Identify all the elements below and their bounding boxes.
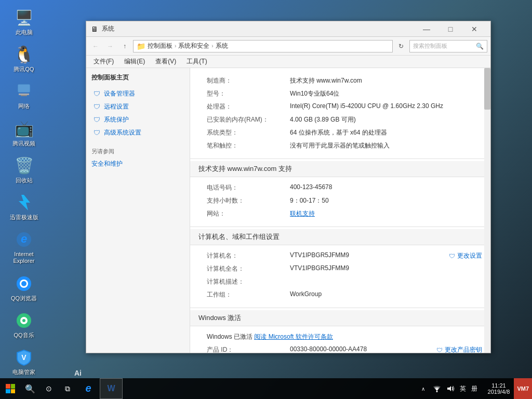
back-button[interactable]: ← [89, 40, 102, 52]
desktop-icon-recycle[interactable]: 🗑️ 回收站 [5, 153, 43, 186]
tray-ime[interactable]: 册 [469, 384, 480, 393]
info-row-activation-status: Windows 已激活 阅读 Microsoft 软件许可条款 [207, 330, 482, 343]
win-logo-green [11, 384, 16, 389]
desktop-icon-ie[interactable]: e Internet Explorer [5, 227, 43, 267]
svg-point-8 [21, 281, 26, 286]
hours-label: 支持小时数： [207, 196, 290, 205]
path-sep-2: › [211, 43, 213, 49]
shield-icon-advanced: 🛡 [92, 129, 101, 137]
change-settings-button[interactable]: 🛡 更改设置 [449, 251, 482, 260]
right-panel: 制造商： 技术支持 www.win7w.com 型号： Win10专业版64位 … [190, 68, 490, 353]
taskbar-word-app[interactable]: W [100, 378, 123, 399]
taskbar-search-button[interactable]: 🔍 [21, 378, 39, 399]
clock-date: 2019/4/8 [488, 389, 510, 395]
activation-text: Windows 已激活 [207, 333, 254, 340]
see-also-title: 另请参阅 [91, 148, 184, 155]
taskbar-ie-app[interactable]: e [77, 378, 100, 399]
desktop-icon-container: 🖥️ 此电脑 🐧 腾讯QQ 网络 📺 腾讯视频 🗑️ 回收站 [5, 5, 43, 378]
taskbar-tray: ∧ 英 册 [413, 378, 484, 399]
menu-edit[interactable]: 编辑(E) [119, 56, 150, 68]
svg-rect-0 [18, 84, 30, 92]
tray-volume-icon[interactable] [444, 378, 457, 399]
svg-rect-2 [21, 95, 27, 96]
menu-view[interactable]: 查看(V) [150, 56, 181, 68]
taskbar-clock[interactable]: 11:21 2019/4/8 [484, 378, 514, 399]
computer-name-label: 计算机名： [207, 251, 290, 260]
tray-chevron[interactable]: ∧ [417, 378, 430, 399]
info-row-manufacturer: 制造商： 技术支持 www.win7w.com [207, 74, 482, 87]
menu-bar: 文件(F) 编辑(E) 查看(V) 工具(T) [86, 56, 490, 68]
basic-info-section: 制造商： 技术支持 www.win7w.com 型号： Win10专业版64位 … [190, 68, 490, 156]
menu-tools[interactable]: 工具(T) [181, 56, 212, 68]
qq-icon: 🐧 [14, 44, 34, 65]
window-titlebar: 🖥 系统 — □ ✕ [86, 21, 490, 37]
activation-header: Windows 激活 [190, 310, 490, 326]
tray-wifi-icon[interactable] [431, 378, 443, 399]
taskbar-cortana-button[interactable]: ⊙ [39, 378, 58, 399]
description-label: 计算机描述： [207, 277, 290, 286]
desktop-icon-qq-music[interactable]: QQ音乐 [5, 308, 43, 341]
search-box[interactable]: 搜索控制面板 🔍 [409, 40, 487, 52]
manufacturer-label: 制造商： [207, 76, 290, 85]
desktop-icon-pc-manager[interactable]: V 电脑管家 [5, 345, 43, 378]
svg-marker-3 [19, 195, 30, 210]
forward-button[interactable]: → [104, 40, 116, 52]
desktop-icon-network[interactable]: 网络 [5, 79, 43, 112]
left-panel-advanced-settings[interactable]: 🛡 高级系统设置 [91, 126, 184, 139]
network-label: 网络 [18, 103, 30, 110]
refresh-button[interactable]: ↻ [395, 40, 407, 52]
info-row-workgroup: 工作组： WorkGroup [207, 288, 482, 301]
minimize-button[interactable]: — [415, 21, 438, 37]
taskbar-taskview-button[interactable]: ⧉ [58, 378, 77, 399]
left-panel-remote-settings[interactable]: 🛡 远程设置 [91, 100, 184, 113]
info-row-product-id: 产品 ID： 00330-80000-00000-AA478 🛡 更改产品密钥 [207, 343, 482, 353]
scrollbar-thumb[interactable] [484, 68, 490, 110]
desktop-icon-this-pc[interactable]: 🖥️ 此电脑 [5, 5, 43, 38]
info-row-description: 计算机描述： [207, 275, 482, 288]
qq-music-icon [14, 310, 34, 331]
start-button[interactable] [0, 378, 21, 399]
left-panel-system-protection[interactable]: 🛡 系统保护 [91, 113, 184, 126]
desktop-icon-tencent-video[interactable]: 📺 腾讯视频 [5, 116, 43, 149]
scrollbar-track[interactable] [484, 68, 490, 353]
win-logo-yellow [11, 389, 16, 394]
ie-icon: e [14, 229, 34, 250]
website-value[interactable]: 联机支持 [290, 209, 482, 218]
desktop-icon-qq[interactable]: 🐧 腾讯QQ [5, 42, 43, 75]
ai-label: Ai [74, 369, 82, 377]
tray-language[interactable]: 英 [458, 384, 468, 393]
vm-label: VM7 [514, 378, 532, 399]
tencent-video-icon: 📺 [14, 118, 34, 139]
pen-touch-value: 没有可用于此显示器的笔或触控输入 [290, 141, 482, 150]
security-maintenance-link[interactable]: 安全和维护 [91, 158, 184, 169]
computer-name-value: VTV1IPBGR5JFMM9 [290, 251, 449, 259]
desktop-icon-xunlei[interactable]: 迅雷极速版 [5, 190, 43, 223]
windows-logo-icon [6, 384, 15, 393]
address-path[interactable]: 📁 控制面板 › 系统和安全 › 系统 [133, 40, 393, 52]
workgroup-value: WorkGroup [290, 290, 482, 298]
pen-touch-label: 笔和触控： [207, 141, 290, 150]
phone-value: 400-123-45678 [290, 183, 482, 191]
up-button[interactable]: ↑ [118, 40, 131, 52]
this-pc-label: 此电脑 [16, 29, 33, 36]
svg-text:V: V [21, 353, 26, 362]
info-row-system-type: 系统类型： 64 位操作系统，基于 x64 的处理器 [207, 126, 482, 139]
maximize-button[interactable]: □ [438, 21, 462, 37]
info-row-ram: 已安装的内存(RAM)： 4.00 GB (3.89 GB 可用) [207, 113, 482, 126]
info-row-pen-touch: 笔和触控： 没有可用于此显示器的笔或触控输入 [207, 139, 482, 152]
tencent-video-label: 腾讯视频 [12, 140, 35, 147]
close-button[interactable]: ✕ [462, 21, 486, 37]
svg-rect-1 [19, 94, 29, 95]
this-pc-icon: 🖥️ [14, 7, 34, 28]
change-key-button[interactable]: 🛡 更改产品密钥 [436, 345, 482, 353]
cpu-label: 处理器： [207, 102, 290, 111]
website-label: 网站： [207, 209, 290, 218]
system-type-label: 系统类型： [207, 128, 290, 137]
activation-link[interactable]: 阅读 Microsoft 软件许可条款 [254, 333, 332, 340]
menu-file[interactable]: 文件(F) [88, 56, 119, 68]
address-bar: ← → ↑ 📁 控制面板 › 系统和安全 › 系统 ↻ 搜索控制面板 🔍 [86, 37, 490, 56]
search-placeholder: 搜索控制面板 [413, 42, 447, 50]
desktop-icon-qq-browser[interactable]: QQ浏览器 [5, 271, 43, 304]
left-panel-device-manager[interactable]: 🛡 设备管理器 [91, 87, 184, 100]
advanced-settings-label: 高级系统设置 [104, 128, 141, 137]
